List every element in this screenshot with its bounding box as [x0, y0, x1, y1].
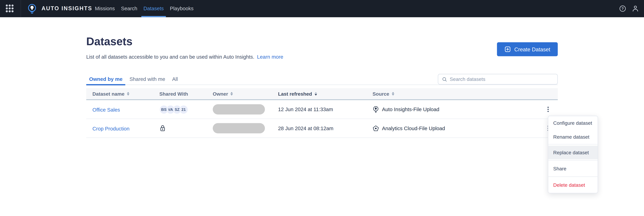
create-dataset-label: Create Dataset [514, 46, 550, 52]
dataset-actions-context-menu: Configure dataset Rename dataset Replace… [548, 116, 598, 193]
navbar-right-actions: ? [619, 0, 639, 17]
svg-text:?: ? [622, 6, 624, 11]
plus-square-icon [504, 46, 511, 52]
top-navbar: AUTO INSIGHTS Missions Search Datasets P… [0, 0, 644, 17]
column-header-shared-with[interactable]: Shared With [153, 91, 207, 97]
sort-icon [230, 92, 233, 96]
table-header-row: Dataset name Shared With Owner Last refr… [86, 88, 558, 100]
source-label: Analytics Cloud-File Upload [382, 125, 445, 131]
owner-cell [206, 123, 272, 133]
primary-nav: Missions Search Datasets Playbooks [95, 0, 194, 17]
dataset-link-office-sales[interactable]: Office Sales [92, 107, 120, 113]
page-title: Datasets [86, 35, 132, 48]
auto-insights-bulb-icon [372, 106, 379, 113]
column-header-dataset-name[interactable]: Dataset name [86, 91, 153, 97]
dataset-link-crop-production[interactable]: Crop Production [92, 126, 130, 131]
table-row: Office Sales BS VA SZ 21 12 Jun 2024 at … [86, 100, 558, 119]
nav-item-datasets[interactable]: Datasets [144, 0, 164, 17]
dataset-name-cell: Office Sales [86, 106, 153, 113]
column-header-owner[interactable]: Owner [206, 91, 272, 97]
owner-redacted-pill [213, 123, 265, 133]
owner-cell [206, 104, 272, 115]
sort-icon [127, 92, 130, 96]
nav-item-missions[interactable]: Missions [95, 0, 115, 17]
owner-redacted-pill [213, 104, 265, 115]
table-row: Crop Production 28 Jun 2024 at 08:12am A… [86, 119, 558, 138]
auto-insights-lightbulb-logo-icon [27, 3, 37, 14]
menu-item-configure-dataset[interactable]: Configure dataset [548, 116, 598, 130]
last-refreshed-cell: 28 Jun 2024 at 08:12am [272, 125, 366, 131]
analytics-cloud-pentagon-icon [372, 125, 379, 131]
dataset-filter-tabs: Owned by me Shared with me All [86, 74, 181, 85]
shared-with-avatars: BS VA SZ 21 [153, 105, 207, 114]
tab-shared-with-me[interactable]: Shared with me [126, 74, 168, 85]
search-icon [442, 76, 447, 82]
source-cell: Auto Insights-File Upload [366, 106, 538, 113]
create-dataset-button[interactable]: Create Dataset [497, 42, 558, 56]
brand-name: AUTO INSIGHTS [42, 0, 92, 17]
menu-item-share[interactable]: Share [548, 160, 598, 176]
lock-icon [160, 125, 166, 132]
app-launcher-grid-icon[interactable] [6, 4, 14, 13]
tab-all[interactable]: All [169, 74, 181, 85]
datasets-table: Dataset name Shared With Owner Last refr… [86, 88, 558, 138]
nav-item-search[interactable]: Search [121, 0, 137, 17]
avatar: BS [160, 105, 168, 114]
navbar-separator [20, 0, 21, 17]
source-cell: Analytics Cloud-File Upload [366, 125, 538, 131]
menu-item-rename-dataset[interactable]: Rename dataset [548, 130, 598, 144]
dataset-name-cell: Crop Production [86, 125, 153, 132]
nav-item-playbooks[interactable]: Playbooks [170, 0, 194, 17]
tab-owned-by-me[interactable]: Owned by me [86, 74, 125, 85]
shared-with-private [153, 125, 207, 132]
sort-icon [392, 92, 394, 96]
user-profile-icon[interactable] [632, 5, 639, 12]
column-header-source[interactable]: Source [366, 91, 538, 97]
last-refreshed-cell: 12 Jun 2024 at 11:33am [272, 106, 366, 112]
menu-item-delete-dataset[interactable]: Delete dataset [548, 177, 598, 193]
help-icon[interactable]: ? [619, 5, 626, 12]
menu-item-replace-dataset[interactable]: Replace dataset [548, 145, 598, 160]
row-actions-kebab-icon[interactable] [543, 104, 553, 114]
search-datasets-box [438, 74, 558, 85]
subtitle-text: List of all datasets accessible to you a… [86, 54, 254, 60]
app-window: AUTO INSIGHTS Missions Search Datasets P… [0, 0, 644, 216]
learn-more-link[interactable]: Learn more [257, 54, 283, 60]
source-label: Auto Insights-File Upload [382, 106, 440, 112]
page-subtitle: List of all datasets accessible to you a… [86, 54, 283, 60]
search-datasets-input[interactable] [450, 74, 557, 84]
sort-desc-icon [314, 92, 317, 96]
column-header-last-refreshed[interactable]: Last refreshed [272, 91, 366, 97]
